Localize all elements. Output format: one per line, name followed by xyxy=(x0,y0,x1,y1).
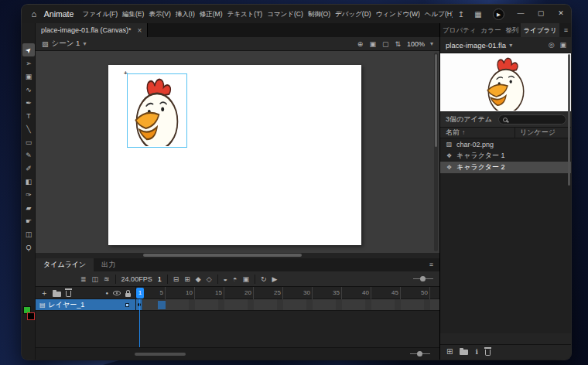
stage-vertical-scrollbar[interactable] xyxy=(434,53,438,251)
delete-layer-icon[interactable] xyxy=(66,291,71,297)
tab-color[interactable]: カラー xyxy=(479,23,504,37)
menubar-item[interactable]: ファイル(F) xyxy=(80,5,120,23)
onion-skin-outline-icon[interactable]: ◓ xyxy=(233,275,237,283)
menubar-item[interactable]: テキスト(T) xyxy=(225,5,265,23)
slider-knob[interactable] xyxy=(417,351,422,356)
onion-skin-icon[interactable]: ◒ xyxy=(224,275,227,283)
free-transform-tool[interactable]: ▣ xyxy=(22,70,35,83)
text-tool[interactable]: T xyxy=(22,109,35,122)
item-properties-icon[interactable]: ℹ xyxy=(475,348,477,356)
stroke-color-swatch[interactable] xyxy=(27,312,35,320)
menubar-item[interactable]: 表示(V) xyxy=(146,5,173,23)
stage-horizontal-scrollbar-thumb[interactable] xyxy=(143,254,302,257)
linkage-column-header[interactable]: リンケージ xyxy=(514,128,556,138)
stage[interactable]: + xyxy=(36,51,439,253)
center-stage-icon[interactable]: ⊕ xyxy=(357,40,364,48)
insert-blank-keyframe-icon[interactable]: ◇ xyxy=(207,275,212,283)
layers-panel-icon[interactable]: ≣ xyxy=(80,275,87,283)
lasso-tool[interactable]: ∿ xyxy=(22,83,35,96)
frame-ruler[interactable]: 5101520253035404550 1 xyxy=(136,287,439,299)
close-button[interactable]: ✕ xyxy=(551,5,571,23)
delete-item-icon[interactable] xyxy=(485,350,491,356)
menubar-item[interactable]: ウィンドウ(W) xyxy=(374,5,422,23)
tab-align[interactable]: 整列 xyxy=(503,23,521,37)
timeline-horizontal-scrollbar-thumb[interactable] xyxy=(135,353,186,356)
layer-name[interactable]: レイヤー_1 xyxy=(49,300,85,310)
timeline-panel-menu-icon[interactable]: ≡ xyxy=(423,258,439,271)
new-symbol-icon[interactable]: ⊞ xyxy=(446,347,453,356)
layer-frames[interactable] xyxy=(136,299,439,311)
library-item[interactable]: ▨ char-02.png xyxy=(440,138,571,150)
add-layer-icon[interactable]: ＋ xyxy=(40,288,48,298)
new-folder-icon[interactable] xyxy=(460,350,468,355)
paint-bucket-tool[interactable]: ◧ xyxy=(22,175,35,188)
scene-chevron-icon[interactable]: ▾ xyxy=(83,40,86,47)
insert-keyframe-icon[interactable]: ◆ xyxy=(196,275,201,283)
eraser-tool[interactable]: ▰ xyxy=(22,201,35,214)
lock-column-icon[interactable] xyxy=(125,293,131,297)
tab-timeline[interactable]: タイムライン xyxy=(36,258,94,271)
workspace-icon[interactable]: ▦ xyxy=(470,10,487,19)
library-item[interactable]: ❖ キャラクター 2 xyxy=(440,162,571,173)
titlebar[interactable]: ⌂ Animate ファイル(F)編集(E)表示(V)挿入(I)修正(M)テキス… xyxy=(22,5,571,23)
selection-bounding-box[interactable]: + xyxy=(127,73,187,148)
stage-frame-icon[interactable]: ▢ xyxy=(382,40,389,48)
name-column-header[interactable]: 名前 ↑ xyxy=(440,128,514,138)
maximize-button[interactable]: ▢ xyxy=(531,5,551,23)
minimize-button[interactable]: — xyxy=(511,5,531,23)
tab-close-icon[interactable]: × xyxy=(138,26,142,35)
selected-frame-range[interactable] xyxy=(158,301,166,309)
loop-icon[interactable]: ↻ xyxy=(261,275,267,283)
zoom-tool[interactable]: Ϙ xyxy=(22,240,35,254)
tab-library[interactable]: ライブラリ xyxy=(521,23,559,37)
library-scrollbar-thumb[interactable] xyxy=(568,54,570,186)
onion-range-slider[interactable] xyxy=(413,278,433,279)
selection-tool[interactable]: ➤ xyxy=(22,43,35,56)
zoom-spinner-icon[interactable]: ⇅ xyxy=(395,40,401,48)
quick-preview-icon[interactable]: ▶ xyxy=(493,9,504,20)
subselection-tool[interactable]: ➣ xyxy=(22,56,35,70)
clip-content-icon[interactable]: ▣ xyxy=(369,40,376,48)
layer-row[interactable]: ▤ レイヤー_1 xyxy=(36,299,439,311)
highlight-column-icon[interactable]: ● xyxy=(105,291,108,295)
edit-multiple-frames-icon[interactable]: ▣ xyxy=(242,275,249,283)
layer-outline-color-chip[interactable] xyxy=(125,303,129,307)
playhead-line[interactable] xyxy=(139,299,140,347)
slider-knob[interactable] xyxy=(420,276,426,281)
rectangle-tool[interactable]: ▭ xyxy=(22,135,35,148)
tab-properties[interactable]: プロパティ xyxy=(440,23,479,37)
new-library-panel-icon[interactable]: ▣ xyxy=(559,41,566,49)
line-tool[interactable]: ╲ xyxy=(22,122,35,135)
share-icon[interactable]: ↥ xyxy=(453,10,470,19)
menubar-item[interactable]: 挿入(I) xyxy=(173,5,197,23)
play-icon[interactable]: ▶ xyxy=(272,275,278,283)
menubar-item[interactable]: 制御(O) xyxy=(306,5,333,23)
stage-horizontal-scrollbar[interactable] xyxy=(36,253,439,258)
menubar-item[interactable]: 編集(E) xyxy=(120,5,146,23)
library-search-input[interactable] xyxy=(498,114,566,125)
layer-name-cell[interactable]: ▤ レイヤー_1 xyxy=(36,299,136,311)
library-item[interactable]: ❖ キャラクター 1 xyxy=(440,150,571,162)
camera-icon[interactable]: ◫ xyxy=(92,275,99,283)
playhead[interactable]: 1 xyxy=(136,288,144,298)
zoom-control[interactable]: 100% ▾ xyxy=(407,40,433,48)
insert-frame-icon[interactable]: ⊞ xyxy=(184,275,190,283)
app-home-icon[interactable]: ⌂ xyxy=(28,8,40,20)
camera-tool[interactable]: ◫ xyxy=(22,227,35,240)
remove-frame-icon[interactable]: ⊟ xyxy=(173,275,179,283)
pencil-tool[interactable]: ✎ xyxy=(22,148,35,162)
brush-tool[interactable]: ✐ xyxy=(22,162,35,175)
menubar-item[interactable]: ヘルプ(H) xyxy=(422,5,453,23)
hand-tool[interactable]: ☛ xyxy=(22,214,35,227)
frame-rate[interactable]: 24.00FPS xyxy=(121,275,152,283)
menubar-item[interactable]: コマンド(C) xyxy=(265,5,306,23)
scene-breadcrumb[interactable]: シーン 1 xyxy=(52,39,80,49)
current-frame[interactable]: 1 xyxy=(158,275,162,283)
add-folder-icon[interactable] xyxy=(53,292,61,297)
library-document-selector[interactable]: place-image-01.fla ▾ ◎ ▣ xyxy=(440,37,571,53)
layer-depth-icon[interactable]: ≋ xyxy=(104,275,110,283)
library-panel-menu-icon[interactable]: ≡ xyxy=(561,23,571,37)
menubar-item[interactable]: デバッグ(D) xyxy=(333,5,374,23)
stage-vertical-scrollbar-thumb[interactable] xyxy=(435,54,437,147)
menubar-item[interactable]: 修正(M) xyxy=(197,5,225,23)
